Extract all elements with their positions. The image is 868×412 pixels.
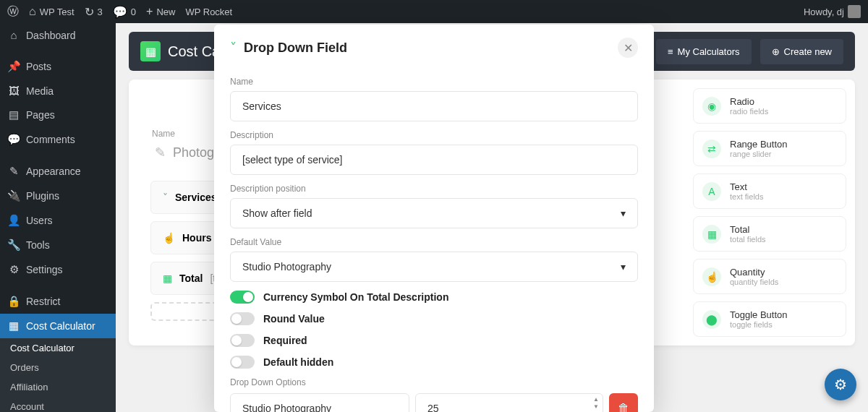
close-button[interactable]: ✕ xyxy=(618,38,638,58)
modal-title: Drop Down Field xyxy=(244,40,347,56)
caret-icon: ▾ xyxy=(621,207,626,219)
option-name-input[interactable] xyxy=(230,393,409,412)
position-label: Description position xyxy=(230,184,638,194)
chevron-down-icon[interactable]: ˅ xyxy=(230,40,237,56)
new-link[interactable]: +New xyxy=(146,5,175,18)
hidden-toggle[interactable] xyxy=(230,356,255,369)
default-select[interactable]: Studio Photography▾ xyxy=(230,252,638,282)
modal-overlay: ˅ Drop Down Field ✕ Name Description Des… xyxy=(0,23,868,412)
wp-rocket-link[interactable]: WP Rocket xyxy=(185,7,232,17)
description-input[interactable] xyxy=(230,145,638,175)
round-toggle[interactable] xyxy=(230,312,255,325)
howdy-link[interactable]: Howdy, dj xyxy=(804,5,861,18)
spinner-down[interactable]: ▼ xyxy=(593,403,599,411)
delete-option-button[interactable]: 🗑 xyxy=(609,393,638,412)
spinner-up[interactable]: ▲ xyxy=(593,396,599,403)
site-link[interactable]: ⌂WP Test xyxy=(29,5,75,18)
options-label: Drop Down Options xyxy=(230,377,638,387)
wp-logo[interactable]: ⓦ xyxy=(7,4,19,20)
option-value-input[interactable] xyxy=(415,393,603,412)
avatar xyxy=(848,5,861,18)
name-input[interactable] xyxy=(230,91,638,121)
trash-icon: 🗑 xyxy=(618,402,629,412)
required-toggle[interactable] xyxy=(230,334,255,347)
position-select[interactable]: Show after field▾ xyxy=(230,198,638,228)
comments-link[interactable]: 💬0 xyxy=(113,5,136,19)
currency-toggle[interactable] xyxy=(230,291,255,304)
admin-bar: ⓦ ⌂WP Test ↻3 💬0 +New WP Rocket Howdy, d… xyxy=(0,0,868,23)
updates-link[interactable]: ↻3 xyxy=(85,5,103,19)
caret-icon: ▾ xyxy=(621,261,626,272)
close-icon: ✕ xyxy=(624,41,633,55)
name-label: Name xyxy=(230,77,638,87)
dropdown-field-modal: ˅ Drop Down Field ✕ Name Description Des… xyxy=(214,25,654,412)
description-label: Description xyxy=(230,130,638,140)
default-label: Default Value xyxy=(230,237,638,247)
